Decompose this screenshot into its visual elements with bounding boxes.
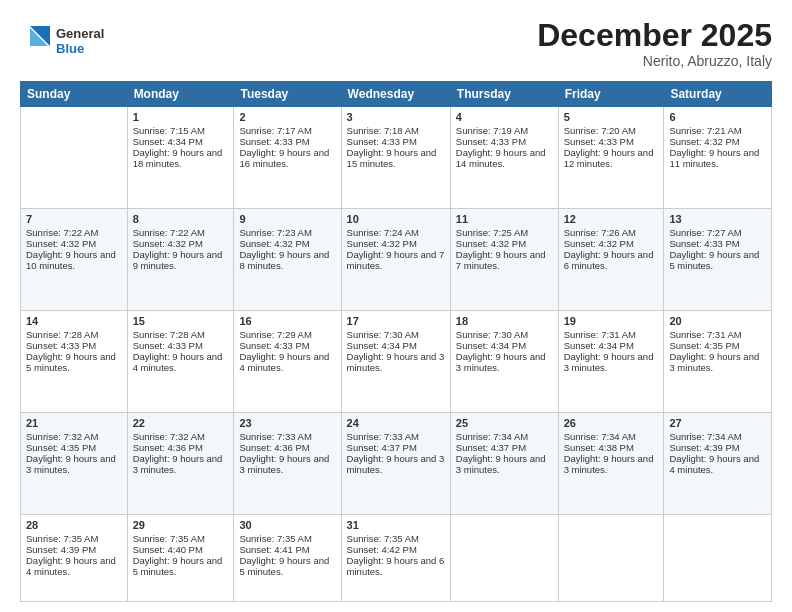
day-number: 18 [456,315,553,327]
daylight-text: Daylight: 9 hours and 15 minutes. [347,147,445,169]
sunrise-text: Sunrise: 7:32 AM [26,431,122,442]
daylight-text: Daylight: 9 hours and 18 minutes. [133,147,229,169]
day-cell: 25Sunrise: 7:34 AMSunset: 4:37 PMDayligh… [450,413,558,515]
sunrise-text: Sunrise: 7:30 AM [456,329,553,340]
sunset-text: Sunset: 4:36 PM [133,442,229,453]
header-cell-wednesday: Wednesday [341,82,450,107]
day-number: 28 [26,519,122,531]
day-number: 29 [133,519,229,531]
sunset-text: Sunset: 4:37 PM [347,442,445,453]
sunset-text: Sunset: 4:32 PM [669,136,766,147]
daylight-text: Daylight: 9 hours and 4 minutes. [669,453,766,475]
day-cell [21,107,128,209]
daylight-text: Daylight: 9 hours and 12 minutes. [564,147,659,169]
day-cell: 7Sunrise: 7:22 AMSunset: 4:32 PMDaylight… [21,209,128,311]
sunset-text: Sunset: 4:32 PM [456,238,553,249]
sunset-text: Sunset: 4:42 PM [347,544,445,555]
sunrise-text: Sunrise: 7:28 AM [26,329,122,340]
daylight-text: Daylight: 9 hours and 7 minutes. [347,249,445,271]
sunset-text: Sunset: 4:34 PM [133,136,229,147]
day-number: 30 [239,519,335,531]
sunrise-text: Sunrise: 7:26 AM [564,227,659,238]
sunset-text: Sunset: 4:35 PM [26,442,122,453]
header-cell-thursday: Thursday [450,82,558,107]
day-number: 22 [133,417,229,429]
day-cell: 26Sunrise: 7:34 AMSunset: 4:38 PMDayligh… [558,413,664,515]
daylight-text: Daylight: 9 hours and 4 minutes. [133,351,229,373]
daylight-text: Daylight: 9 hours and 3 minutes. [133,453,229,475]
day-number: 24 [347,417,445,429]
week-row-3: 14Sunrise: 7:28 AMSunset: 4:33 PMDayligh… [21,311,772,413]
sunset-text: Sunset: 4:33 PM [133,340,229,351]
sunset-text: Sunset: 4:39 PM [669,442,766,453]
sunrise-text: Sunrise: 7:25 AM [456,227,553,238]
sunset-text: Sunset: 4:37 PM [456,442,553,453]
day-number: 13 [669,213,766,225]
sunset-text: Sunset: 4:32 PM [347,238,445,249]
calendar-body: 1Sunrise: 7:15 AMSunset: 4:34 PMDaylight… [21,107,772,602]
sunrise-text: Sunrise: 7:33 AM [239,431,335,442]
daylight-text: Daylight: 9 hours and 14 minutes. [456,147,553,169]
daylight-text: Daylight: 9 hours and 10 minutes. [26,249,122,271]
daylight-text: Daylight: 9 hours and 3 minutes. [347,351,445,373]
header-cell-monday: Monday [127,82,234,107]
sunrise-text: Sunrise: 7:22 AM [26,227,122,238]
day-cell: 19Sunrise: 7:31 AMSunset: 4:34 PMDayligh… [558,311,664,413]
svg-text:Blue: Blue [56,41,84,56]
logo-text-block: General Blue [20,18,130,67]
day-cell: 21Sunrise: 7:32 AMSunset: 4:35 PMDayligh… [21,413,128,515]
day-number: 12 [564,213,659,225]
day-number: 11 [456,213,553,225]
sunrise-text: Sunrise: 7:28 AM [133,329,229,340]
daylight-text: Daylight: 9 hours and 5 minutes. [26,351,122,373]
month-title: December 2025 [537,18,772,53]
daylight-text: Daylight: 9 hours and 5 minutes. [669,249,766,271]
daylight-text: Daylight: 9 hours and 5 minutes. [133,555,229,577]
sunrise-text: Sunrise: 7:18 AM [347,125,445,136]
day-cell: 1Sunrise: 7:15 AMSunset: 4:34 PMDaylight… [127,107,234,209]
header-cell-tuesday: Tuesday [234,82,341,107]
week-row-4: 21Sunrise: 7:32 AMSunset: 4:35 PMDayligh… [21,413,772,515]
sunrise-text: Sunrise: 7:22 AM [133,227,229,238]
sunrise-text: Sunrise: 7:35 AM [347,533,445,544]
day-cell [558,515,664,602]
day-number: 2 [239,111,335,123]
sunrise-text: Sunrise: 7:27 AM [669,227,766,238]
sunrise-text: Sunrise: 7:35 AM [133,533,229,544]
sunrise-text: Sunrise: 7:34 AM [564,431,659,442]
sunset-text: Sunset: 4:33 PM [239,340,335,351]
day-cell: 30Sunrise: 7:35 AMSunset: 4:41 PMDayligh… [234,515,341,602]
svg-text:General: General [56,26,104,41]
day-number: 8 [133,213,229,225]
sunrise-text: Sunrise: 7:35 AM [239,533,335,544]
sunset-text: Sunset: 4:33 PM [239,136,335,147]
daylight-text: Daylight: 9 hours and 3 minutes. [456,351,553,373]
sunrise-text: Sunrise: 7:29 AM [239,329,335,340]
week-row-5: 28Sunrise: 7:35 AMSunset: 4:39 PMDayligh… [21,515,772,602]
daylight-text: Daylight: 9 hours and 11 minutes. [669,147,766,169]
day-cell: 18Sunrise: 7:30 AMSunset: 4:34 PMDayligh… [450,311,558,413]
day-cell: 9Sunrise: 7:23 AMSunset: 4:32 PMDaylight… [234,209,341,311]
day-number: 14 [26,315,122,327]
sunrise-text: Sunrise: 7:31 AM [564,329,659,340]
sunrise-text: Sunrise: 7:31 AM [669,329,766,340]
day-cell: 29Sunrise: 7:35 AMSunset: 4:40 PMDayligh… [127,515,234,602]
day-number: 7 [26,213,122,225]
day-cell: 5Sunrise: 7:20 AMSunset: 4:33 PMDaylight… [558,107,664,209]
day-number: 15 [133,315,229,327]
day-cell [450,515,558,602]
day-number: 10 [347,213,445,225]
day-cell: 17Sunrise: 7:30 AMSunset: 4:34 PMDayligh… [341,311,450,413]
page: General Blue December 2025 Nerito, Abruz… [0,0,792,612]
sunset-text: Sunset: 4:33 PM [456,136,553,147]
daylight-text: Daylight: 9 hours and 9 minutes. [133,249,229,271]
day-number: 20 [669,315,766,327]
header-row: SundayMondayTuesdayWednesdayThursdayFrid… [21,82,772,107]
daylight-text: Daylight: 9 hours and 7 minutes. [456,249,553,271]
logo-svg: General Blue [20,18,130,63]
sunrise-text: Sunrise: 7:30 AM [347,329,445,340]
header-cell-saturday: Saturday [664,82,772,107]
day-cell: 11Sunrise: 7:25 AMSunset: 4:32 PMDayligh… [450,209,558,311]
daylight-text: Daylight: 9 hours and 6 minutes. [347,555,445,577]
day-number: 25 [456,417,553,429]
